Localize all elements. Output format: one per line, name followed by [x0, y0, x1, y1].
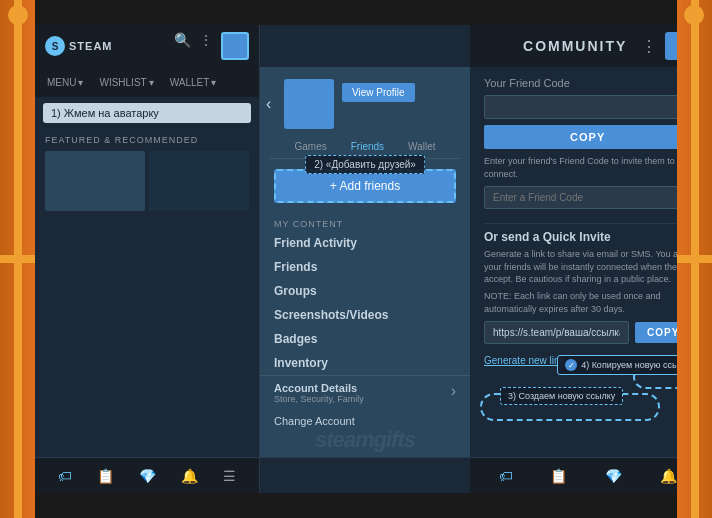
user-avatar[interactable]: [221, 32, 249, 60]
nav-wishlist[interactable]: WISHLIST ▾: [91, 73, 161, 92]
gift-ribbon-v2: [691, 0, 699, 518]
more-icon[interactable]: ⋮: [199, 32, 213, 60]
share-link-input[interactable]: [484, 321, 629, 344]
account-sub: Store, Security, Family: [274, 394, 456, 404]
middle-bottom-bar: [260, 457, 470, 493]
featured-img-2: [149, 151, 249, 211]
gift-right: [677, 0, 712, 518]
copy-friend-code-button[interactable]: COPY: [484, 125, 677, 149]
step4-tooltip: ✓ 4) Копируем новую ссылку: [557, 355, 677, 375]
featured-section: FEATURED & RECOMMENDED: [35, 129, 259, 457]
community-title: COMMUNITY: [523, 38, 627, 54]
left-bottom-bar: 🏷 📋 💎 🔔 ☰: [35, 457, 259, 493]
add-friends-button[interactable]: + Add friends: [274, 169, 456, 203]
bottom-icon-tag[interactable]: 🏷: [58, 468, 72, 484]
right-bottom-tag[interactable]: 🏷: [499, 468, 513, 484]
search-icon[interactable]: 🔍: [174, 32, 191, 60]
step3-tooltip: 3) Создаем новую ссылку: [500, 387, 623, 405]
main-container: S STEAM 🔍 ⋮ MENU ▾ WISHLIST ▾ WALLET ▾: [35, 25, 677, 493]
right-bottom-list[interactable]: 📋: [550, 468, 567, 484]
content-inventory[interactable]: Inventory: [260, 351, 470, 375]
steam-nav: MENU ▾ WISHLIST ▾ WALLET ▾: [35, 67, 259, 97]
copy-link-button[interactable]: COPY: [635, 322, 677, 343]
community-header: COMMUNITY ⋮: [470, 25, 677, 67]
back-arrow[interactable]: ‹: [266, 95, 271, 113]
bottom-icon-list[interactable]: 📋: [97, 468, 114, 484]
content-list: Friend Activity Friends Groups Screensho…: [260, 231, 470, 457]
generate-link-button[interactable]: Generate new link: [484, 355, 565, 366]
right-bottom-bar: 🏷 📋 💎 🔔: [470, 457, 677, 493]
quick-invite-desc: Generate a link to share via email or SM…: [484, 248, 677, 286]
nav-menu[interactable]: MENU ▾: [39, 73, 91, 92]
content-screenshots[interactable]: Screenshots/Videos: [260, 303, 470, 327]
bottom-icon-diamond[interactable]: 💎: [139, 468, 156, 484]
community-more-icon[interactable]: ⋮: [641, 37, 657, 56]
header-icons: 🔍 ⋮: [174, 32, 249, 60]
bottom-icon-bell[interactable]: 🔔: [181, 468, 198, 484]
quick-invite-title: Or send a Quick Invite: [484, 230, 677, 244]
right-bottom-diamond[interactable]: 💎: [605, 468, 622, 484]
middle-panel: ‹ View Profile Games Friends Wallet + Ad…: [260, 25, 470, 493]
steam-header: S STEAM 🔍 ⋮: [35, 25, 259, 67]
right-wrapper: COMMUNITY ⋮ Your Friend Code COPY Enter …: [470, 25, 677, 493]
gift-left: [0, 0, 35, 518]
community-avatar[interactable]: [665, 32, 677, 60]
right-bottom-bell[interactable]: 🔔: [660, 468, 677, 484]
content-friend-activity[interactable]: Friend Activity: [260, 231, 470, 255]
featured-images: [45, 151, 249, 211]
friend-code-section-title: Your Friend Code: [484, 77, 677, 89]
account-item[interactable]: › Account Details Store, Security, Famil…: [260, 375, 470, 410]
change-account[interactable]: Change Account: [260, 410, 470, 432]
profile-actions: View Profile: [342, 79, 415, 102]
steam-icon: S: [45, 36, 65, 56]
bow-right: [684, 5, 704, 25]
profile-avatar: [284, 79, 334, 129]
check-icon: ✓: [565, 359, 577, 371]
account-arrow: ›: [451, 382, 456, 400]
featured-img-1: [45, 151, 145, 211]
my-content-label: MY CONTENT: [260, 213, 470, 231]
featured-label: FEATURED & RECOMMENDED: [45, 135, 249, 145]
content-friends[interactable]: Friends: [260, 255, 470, 279]
steam-title: STEAM: [69, 40, 113, 52]
step1-tooltip: 1) Жмем на аватарку: [43, 103, 251, 123]
bow-left: [8, 5, 28, 25]
link-area: COPY: [484, 321, 677, 344]
steam-logo: S STEAM: [45, 36, 113, 56]
note-text: NOTE: Each link can only be used once an…: [484, 290, 677, 315]
right-panel: COMMUNITY ⋮ Your Friend Code COPY Enter …: [470, 25, 677, 493]
bottom-icon-menu[interactable]: ☰: [223, 468, 236, 484]
left-panel: S STEAM 🔍 ⋮ MENU ▾ WISHLIST ▾ WALLET ▾: [35, 25, 260, 493]
view-profile-button[interactable]: View Profile: [342, 83, 415, 102]
gift-ribbon-v: [14, 0, 22, 518]
friend-code-input[interactable]: [484, 95, 677, 119]
middle-header: [260, 25, 470, 67]
divider: [484, 223, 677, 224]
nav-wallet[interactable]: WALLET ▾: [162, 73, 225, 92]
content-badges[interactable]: Badges: [260, 327, 470, 351]
profile-area: View Profile: [260, 67, 470, 137]
invite-description: Enter your friend's Friend Code to invit…: [484, 155, 677, 180]
enter-friend-code-input[interactable]: [484, 186, 677, 209]
account-title: Account Details: [274, 382, 456, 394]
step2-tooltip: 2) «Добавить друзей»: [305, 155, 425, 174]
content-groups[interactable]: Groups: [260, 279, 470, 303]
